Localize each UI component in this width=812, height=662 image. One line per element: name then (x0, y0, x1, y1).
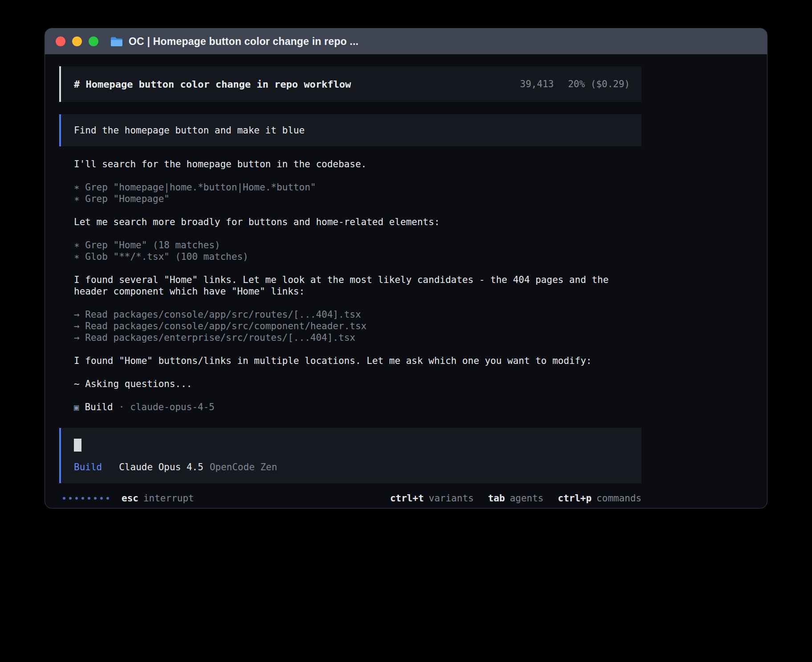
line-text: Glob "**/*.tsx" (100 matches) (85, 251, 248, 262)
agents-hint: tab agents (488, 493, 544, 504)
spacer (74, 367, 638, 378)
interrupt-label: interrupt (143, 493, 194, 504)
spacer (74, 205, 638, 216)
minimize-button[interactable] (72, 36, 82, 46)
variants-hint: ctrl+t variants (390, 493, 474, 504)
assistant-text-line: I found several "Home" links. Let me loo… (74, 274, 638, 297)
spinner-dots-icon (63, 497, 109, 500)
folder-icon (110, 36, 123, 47)
spacer (74, 228, 638, 239)
user-message-text: Find the homepage button and make it blu… (74, 125, 304, 136)
agent-name: Build (85, 401, 113, 413)
input-meta: Build Claude Opus 4.5 OpenCode Zen (74, 462, 641, 472)
status-bar: esc interrupt ctrl+t variants tab agents… (59, 493, 641, 504)
assistant-text-line: I found "Home" buttons/links in multiple… (74, 355, 638, 367)
tool-call-line: → Read packages/console/app/src/componen… (74, 320, 638, 332)
window-controls (56, 36, 98, 46)
ctrl-t-key-hint: ctrl+t (390, 493, 424, 504)
assistant-text-line: Let me search more broadly for buttons a… (74, 216, 638, 228)
provider-label: OpenCode Zen (210, 462, 277, 472)
tab-key-hint: tab (488, 493, 505, 504)
ctrl-p-key-hint: ctrl+p (558, 493, 592, 504)
separator-dot: · (119, 401, 125, 413)
status-right: ctrl+t variants tab agents ctrl+p comman… (390, 493, 641, 504)
text-cursor (74, 439, 81, 452)
assistant-text-line: I'll search for the homepage button in t… (74, 158, 638, 170)
terminal-content: # Homepage button color change in repo w… (45, 54, 767, 504)
read-arrow-icon: → (74, 332, 85, 343)
close-button[interactable] (56, 36, 65, 46)
terminal-window: OC | Homepage button color change in rep… (45, 28, 767, 509)
line-text: Let me search more broadly for buttons a… (74, 217, 440, 227)
token-count: 39,413 (520, 79, 554, 89)
tool-call-line: ∗ Glob "**/*.tsx" (100 matches) (74, 251, 638, 262)
read-arrow-icon: → (74, 321, 85, 331)
tool-call-line: ∗ Grep "Home" (18 matches) (74, 239, 638, 251)
spacer (74, 262, 638, 274)
status-left: esc interrupt (63, 493, 194, 504)
session-meta: 39,413 20% ($0.29) (520, 79, 630, 89)
line-text: Grep "Homepage" (85, 194, 170, 204)
assistant-text-line: ~ Asking questions... (74, 378, 638, 390)
read-arrow-icon: → (74, 309, 85, 320)
line-text: I'll search for the homepage button in t… (74, 159, 366, 170)
session-title: # Homepage button color change in repo w… (74, 79, 351, 90)
esc-key-hint: esc (122, 493, 138, 504)
window-title: OC | Homepage button color change in rep… (129, 36, 358, 48)
agent-model: claude-opus-4-5 (130, 401, 215, 413)
tool-asterisk-icon: ∗ (74, 182, 85, 193)
tool-asterisk-icon: ∗ (74, 240, 85, 250)
line-text: Grep "Home" (18 matches) (85, 240, 220, 250)
tool-call-line: → Read packages/console/app/src/routes/[… (74, 309, 638, 320)
line-text: Grep "homepage|home.*button|Home.*button… (85, 182, 316, 193)
commands-label: commands (597, 493, 641, 504)
spacer (74, 297, 638, 309)
tool-call-line: ∗ Grep "Homepage" (74, 193, 638, 205)
model-label: Claude Opus 4.5 (119, 462, 203, 472)
spacer (74, 343, 638, 355)
titlebar[interactable]: OC | Homepage button color change in rep… (45, 28, 767, 54)
user-message: Find the homepage button and make it blu… (59, 114, 641, 146)
line-text: Read packages/console/app/src/component/… (85, 321, 366, 331)
agent-mode-label: Build (74, 462, 102, 472)
session-header: # Homepage button color change in repo w… (59, 66, 641, 102)
tool-call-line: → Read packages/enterprise/src/routes/[.… (74, 332, 638, 343)
tool-asterisk-icon: ∗ (74, 251, 85, 262)
prompt-input[interactable]: Build Claude Opus 4.5 OpenCode Zen (59, 428, 641, 483)
line-text: I found several "Home" links. Let me loo… (74, 274, 609, 297)
transcript: I'll search for the homepage button in t… (59, 158, 638, 413)
line-text: ~ Asking questions... (74, 379, 192, 389)
tool-asterisk-icon: ∗ (74, 194, 85, 204)
spacer (74, 390, 638, 401)
commands-hint: ctrl+p commands (558, 493, 641, 504)
agent-square-icon: ▣ (74, 401, 79, 413)
tool-call-line: ∗ Grep "homepage|home.*button|Home.*butt… (74, 182, 638, 193)
line-text: I found "Home" buttons/links in multiple… (74, 355, 592, 366)
spacer (74, 170, 638, 182)
line-text: Read packages/enterprise/src/routes/[...… (85, 332, 355, 343)
variants-label: variants (429, 493, 474, 504)
line-text: Read packages/console/app/src/routes/[..… (85, 309, 361, 320)
zoom-button[interactable] (89, 36, 98, 46)
agents-label: agents (510, 493, 544, 504)
context-cost: 20% ($0.29) (568, 79, 630, 89)
agent-status-line: ▣Build·claude-opus-4-5 (74, 401, 638, 413)
